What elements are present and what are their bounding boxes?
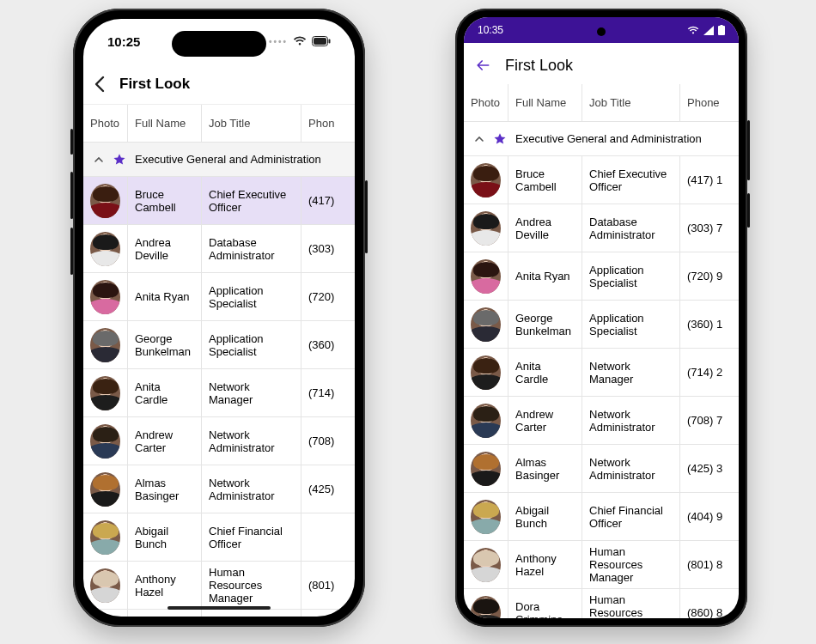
table-row[interactable]: Anita RyanApplication Specialist(720): [83, 273, 355, 321]
home-indicator[interactable]: [167, 606, 271, 610]
grid-body[interactable]: Bruce CambellChief Executive Officer(417…: [83, 177, 355, 617]
cell-name: Almas Basinger: [508, 445, 582, 492]
cell-job: Chief Executive Officer: [202, 177, 301, 224]
cell-photo: [83, 225, 128, 272]
grid-body[interactable]: Bruce CambellChief Executive Officer(417…: [464, 156, 739, 618]
table-row[interactable]: Anita CardleNetwork Manager(714) 2: [464, 349, 739, 397]
table-row[interactable]: Andrea DevilleDatabase Administrator(303…: [83, 225, 355, 273]
table-row[interactable]: Anita RyanApplication Specialist(720) 9: [464, 252, 739, 301]
page-title: First Look: [119, 76, 190, 93]
avatar: [90, 617, 120, 617]
cell-name: Andrea Deville: [128, 225, 202, 272]
table-row[interactable]: Anthony HazelHuman Resources Manager(801…: [83, 562, 355, 610]
table-row[interactable]: Bruce CambellChief Executive Officer(417…: [464, 156, 739, 204]
battery-icon: [718, 25, 725, 35]
table-row[interactable]: George BunkelmanApplication Specialist(3…: [464, 301, 739, 349]
avatar: [471, 500, 501, 534]
cell-name: Anthony Hazel: [128, 562, 202, 609]
table-row[interactable]: Almas BasingerNetwork Administrator(425)…: [464, 445, 739, 493]
table-row[interactable]: Dora CrimminsHuman Resources Administrat…: [464, 589, 739, 618]
cell-photo: [464, 541, 508, 588]
cell-name: George Bunkelman: [508, 301, 582, 348]
cell-photo: [464, 349, 508, 396]
table-row[interactable]: George BunkelmanApplication Specialist(3…: [83, 321, 355, 369]
cell-name: Andrea Deville: [508, 204, 582, 252]
table-row[interactable]: Andrew CarterNetwork Administrator(708) …: [464, 397, 739, 445]
group-row[interactable]: Executive General and Administration: [464, 122, 739, 156]
col-header-photo[interactable]: Photo: [83, 105, 128, 142]
avatar: [471, 404, 501, 438]
cell-name: Bruce Cambell: [508, 156, 582, 204]
cell-photo: [464, 156, 508, 204]
avatar: [90, 424, 120, 459]
avatar: [90, 232, 120, 266]
battery-icon: [312, 36, 331, 46]
cell-phone: (404) 9: [680, 493, 739, 540]
table-row[interactable]: Anita CardleNetwork Manager(714): [83, 369, 355, 417]
cell-job: Chief Executive Officer: [582, 156, 680, 204]
table-row[interactable]: Almas BasingerNetwork Administrator(425): [83, 465, 355, 513]
col-header-photo[interactable]: Photo: [464, 84, 508, 121]
cell-photo: [83, 417, 128, 465]
cell-phone: (720): [301, 273, 355, 320]
cell-phone: (303): [301, 225, 355, 272]
group-row[interactable]: Executive General and Administration: [83, 143, 355, 177]
col-header-name[interactable]: Full Name: [128, 105, 202, 142]
cell-photo: [464, 493, 508, 540]
group-label: Executive General and Administration: [135, 153, 321, 166]
cell-photo: [83, 562, 128, 609]
avatar: [471, 596, 501, 619]
cell-phone: (303) 7: [680, 204, 739, 252]
wifi-icon: [293, 36, 307, 46]
table-row[interactable]: Bruce CambellChief Executive Officer(417…: [83, 177, 355, 225]
table-row[interactable]: Abigail BunchChief Financial Officer(404…: [464, 493, 739, 541]
table-row[interactable]: DoraHuman Resources: [83, 610, 355, 617]
cell-name: Anita Ryan: [508, 252, 582, 300]
cell-phone: [301, 610, 355, 617]
cell-name: Dora: [128, 610, 202, 617]
wifi-icon: [687, 26, 699, 35]
avatar: [90, 568, 120, 603]
avatar: [90, 328, 120, 362]
table-row[interactable]: Abigail BunchChief Financial Officer: [83, 513, 355, 562]
avatar: [471, 355, 501, 390]
cell-photo: [83, 273, 128, 320]
cell-phone: (801) 8: [680, 541, 739, 588]
avatar: [90, 280, 120, 314]
back-button[interactable]: [94, 76, 106, 93]
col-header-phone[interactable]: Phon: [301, 105, 355, 142]
cell-phone: [301, 513, 355, 561]
cell-job: Application Specialist: [582, 252, 680, 300]
android-volume-rocker: [747, 120, 750, 180]
col-header-job[interactable]: Job Title: [582, 84, 680, 121]
cell-name: Andrew Carter: [128, 417, 202, 465]
table-row[interactable]: Andrea DevilleDatabase Administrator(303…: [464, 204, 739, 252]
avatar: [90, 520, 120, 555]
iphone-power-button: [365, 180, 368, 253]
col-header-phone[interactable]: Phone: [680, 84, 739, 121]
cell-phone: (417): [301, 177, 355, 224]
dynamic-island: [172, 31, 266, 57]
cell-phone: (425): [301, 465, 355, 513]
cell-photo: [464, 445, 508, 492]
table-row[interactable]: Andrew CarterNetwork Administrator(708): [83, 417, 355, 465]
col-header-job[interactable]: Job Title: [202, 105, 301, 142]
cell-job: Network Administrator: [202, 417, 301, 465]
android-titlebar: First Look: [464, 43, 739, 84]
cell-job: Database Administrator: [582, 204, 680, 252]
cell-name: Bruce Cambell: [128, 177, 202, 224]
back-button[interactable]: [474, 57, 491, 74]
cellular-dots-icon: ••••: [269, 37, 288, 46]
page-title: First Look: [505, 57, 573, 75]
cell-photo: [83, 513, 128, 561]
grid-header: Photo Full Name Job Title Phon: [83, 105, 355, 143]
cell-photo: [83, 369, 128, 416]
android-screen: 10:35 First Look Photo Full Name Job Tit…: [464, 17, 739, 618]
iphone-volume-down: [70, 228, 73, 275]
arrow-left-icon: [474, 57, 491, 74]
col-header-name[interactable]: Full Name: [508, 84, 582, 121]
cell-photo: [464, 204, 508, 252]
cell-job: Human Resources Manager: [202, 562, 301, 609]
avatar: [471, 211, 501, 246]
table-row[interactable]: Anthony HazelHuman Resources Manager(801…: [464, 541, 739, 589]
